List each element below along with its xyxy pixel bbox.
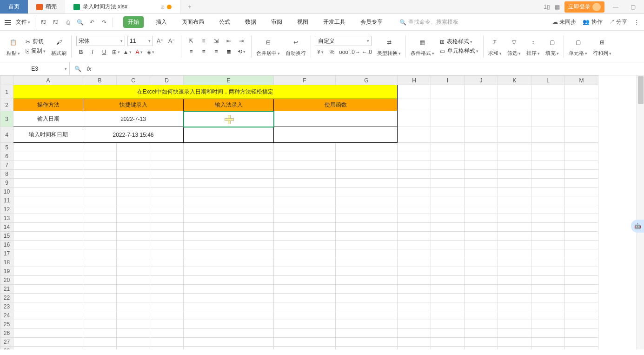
align-top-icon[interactable]: ⇱ [186, 36, 196, 46]
print-icon[interactable]: ⎙ [64, 19, 72, 26]
cell[interactable] [150, 276, 184, 285]
cell[interactable] [150, 223, 184, 232]
bold-icon[interactable]: B [76, 47, 86, 57]
cell[interactable] [274, 241, 336, 249]
cell[interactable] [431, 188, 465, 196]
fill-group[interactable]: ▢填充 [543, 33, 562, 60]
cell[interactable] [83, 161, 117, 170]
cell[interactable] [184, 249, 274, 258]
cell[interactable] [336, 161, 398, 170]
tab-formula[interactable]: 公式 [216, 16, 233, 28]
cell[interactable] [398, 329, 431, 338]
cell[interactable] [431, 294, 465, 302]
cell[interactable] [398, 179, 431, 188]
cell[interactable] [117, 223, 150, 232]
file-menu[interactable]: 文件▾ [16, 18, 30, 26]
cell[interactable] [150, 161, 184, 170]
save-icon[interactable]: 🖫 [40, 19, 47, 26]
cell[interactable] [398, 143, 431, 152]
row-header-24[interactable]: 24 [0, 311, 13, 320]
cell[interactable] [531, 232, 565, 241]
cell[interactable] [336, 152, 398, 161]
cell[interactable] [184, 223, 274, 232]
effects-icon[interactable]: ◈ [146, 47, 155, 57]
cell[interactable] [83, 232, 117, 241]
cell[interactable] [431, 338, 465, 347]
cell[interactable] [274, 249, 336, 258]
row-header-2[interactable]: 2 [0, 99, 13, 111]
cell[interactable] [150, 241, 184, 249]
cell[interactable] [117, 294, 150, 302]
row-header-1[interactable]: 1 [0, 85, 13, 99]
spreadsheet[interactable]: A B C D E F G H I J K L M 1 在Excel中如何快速录… [0, 75, 598, 143]
cell[interactable] [498, 276, 531, 285]
cell[interactable] [117, 320, 150, 329]
name-box[interactable]: E3 ▾ [0, 62, 70, 75]
cell[interactable] [13, 143, 83, 152]
cell[interactable] [274, 294, 336, 302]
cell[interactable] [398, 223, 431, 232]
align-center-icon[interactable]: ≡ [199, 47, 209, 56]
tab-dev[interactable]: 开发工具 [320, 16, 348, 28]
cell[interactable] [184, 338, 274, 347]
cell[interactable] [565, 205, 598, 214]
row-header-18[interactable]: 18 [0, 258, 13, 267]
cell[interactable] [431, 179, 465, 188]
cell[interactable] [117, 338, 150, 347]
cell[interactable] [398, 276, 431, 285]
cell[interactable] [274, 302, 336, 311]
col-B[interactable]: B [83, 76, 117, 85]
cell[interactable] [150, 285, 184, 294]
empty-rows[interactable]: 5678910111213141516171819202122232425262… [0, 143, 598, 349]
cell[interactable] [150, 232, 184, 241]
cell[interactable] [531, 329, 565, 338]
saveas-icon[interactable]: 🖫 [52, 19, 60, 26]
cell[interactable] [336, 267, 398, 276]
cell[interactable] [83, 285, 117, 294]
col-F[interactable]: F [274, 76, 336, 85]
cell[interactable] [117, 170, 150, 179]
cell[interactable] [465, 179, 498, 188]
cell[interactable] [13, 338, 83, 347]
cell[interactable] [465, 311, 498, 320]
row-header-5[interactable]: 5 [0, 143, 13, 152]
cell[interactable] [150, 170, 184, 179]
unsync-button[interactable]: ☁ 未同步 [552, 18, 576, 26]
cell[interactable] [336, 232, 398, 241]
cell[interactable] [117, 329, 150, 338]
cell[interactable] [465, 338, 498, 347]
fx-label[interactable]: fx [87, 66, 91, 72]
cell[interactable] [465, 329, 498, 338]
tab-add[interactable]: ＋ [180, 0, 199, 13]
cell[interactable] [565, 188, 598, 196]
cell[interactable] [531, 267, 565, 276]
cell[interactable] [431, 249, 465, 258]
cell[interactable] [336, 302, 398, 311]
cell[interactable] [465, 249, 498, 258]
cell[interactable] [13, 267, 83, 276]
cell[interactable] [184, 143, 274, 152]
row-header-10[interactable]: 10 [0, 188, 13, 196]
cell[interactable] [531, 152, 565, 161]
filter-group[interactable]: ▽筛选 [505, 33, 524, 60]
row-header-27[interactable]: 27 [0, 338, 13, 347]
cell[interactable] [431, 347, 465, 350]
cell[interactable] [184, 152, 274, 161]
cell[interactable] [398, 347, 431, 350]
cell-F3[interactable] [274, 111, 398, 127]
cell[interactable] [498, 338, 531, 347]
cell[interactable] [274, 205, 336, 214]
row-header-15[interactable]: 15 [0, 232, 13, 241]
command-search[interactable]: 🔍查找命令、搜索模板 [399, 18, 458, 26]
cell[interactable] [13, 196, 83, 205]
cell[interactable] [274, 347, 336, 350]
hamburger-icon[interactable] [5, 20, 11, 25]
cell[interactable] [336, 205, 398, 214]
cell[interactable] [498, 196, 531, 205]
cell[interactable] [431, 329, 465, 338]
cell[interactable] [83, 196, 117, 205]
cell[interactable] [150, 249, 184, 258]
cell[interactable] [531, 249, 565, 258]
row-header-12[interactable]: 12 [0, 205, 13, 214]
cond-format-group[interactable]: ▦ 条件格式 [408, 33, 437, 60]
